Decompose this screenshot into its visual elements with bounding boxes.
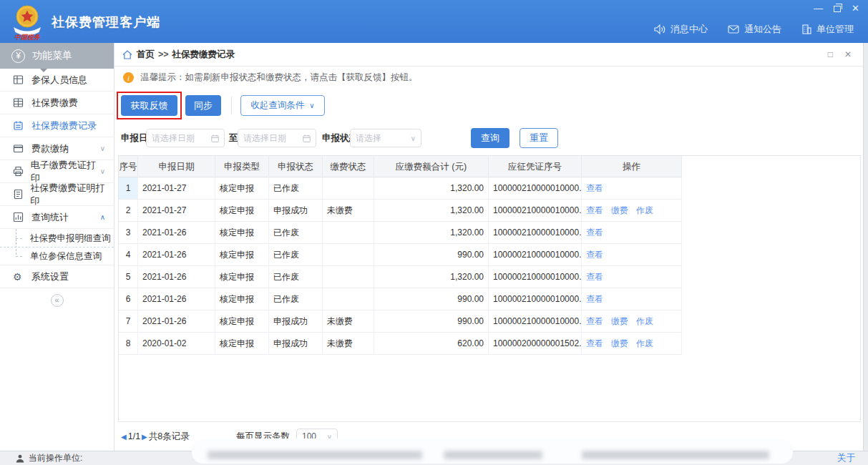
cell-declare-status: 已作废: [269, 266, 323, 288]
cell-declare-status: 已作废: [269, 222, 323, 244]
cell-declare-status: 已作废: [269, 288, 323, 310]
breadcrumb: 首页 >> 社保费缴费记录 □ ✕: [114, 43, 863, 67]
cell-amount: 620.00: [374, 333, 489, 355]
cell-voucher: 100000210000010000...: [489, 288, 582, 310]
person-icon: [16, 454, 24, 463]
cell-actions: 查看缴费作废: [582, 333, 682, 355]
total-records: 共8条记录: [149, 431, 190, 443]
sidebar-item-insured-persons[interactable]: 参保人员信息: [0, 69, 114, 92]
date-to-field[interactable]: [243, 133, 298, 143]
cell-amount: 1,320.00: [374, 177, 489, 200]
next-page-icon[interactable]: ▶: [142, 433, 147, 441]
yen-circle-icon: ¥: [11, 49, 25, 63]
about-link[interactable]: 关于: [837, 452, 855, 464]
view-link[interactable]: 查看: [586, 272, 603, 282]
sidebar-item-payment-records[interactable]: 社保费缴费记录: [0, 114, 114, 137]
cell-declare-type: 核定申报: [215, 266, 269, 288]
panel-controls: □ ✕: [828, 50, 852, 59]
view-link[interactable]: 查看: [586, 227, 603, 238]
chevron-down-icon: ∨: [100, 167, 105, 175]
collapse-query-button[interactable]: 收起查询条件 ∨: [240, 95, 325, 116]
sidebar-item-evoucher-print[interactable]: 电子缴费凭证打印 ∨: [0, 160, 114, 183]
speaker-icon: [654, 24, 665, 34]
bar-chart-icon: [13, 212, 25, 222]
cell-voucher: 100000210000010000...: [489, 244, 582, 266]
view-link[interactable]: 查看: [586, 338, 603, 348]
current-unit-label: 当前操作单位:: [29, 452, 82, 464]
cell-actions: 查看: [582, 244, 682, 266]
restore-icon[interactable]: [834, 6, 841, 12]
tip-bar: i 温馨提示：如需刷新申报状态和缴费状态，请点击【获取反馈】按钮。: [114, 67, 418, 89]
pay-link[interactable]: 缴费: [611, 316, 628, 326]
tip-text: 温馨提示：如需刷新申报状态和缴费状态，请点击【获取反馈】按钮。: [140, 72, 418, 84]
sidebar-item-label: 社保费缴费: [31, 97, 78, 109]
date-from-field[interactable]: [152, 133, 206, 143]
pay-link[interactable]: 缴费: [611, 205, 628, 215]
date-to-input[interactable]: [238, 129, 316, 147]
view-link[interactable]: 查看: [586, 316, 603, 326]
sidebar-item-system-settings[interactable]: ⚙ 系统设置: [0, 265, 114, 288]
menu-item-notices[interactable]: 通知公告: [728, 23, 781, 36]
sidebar-item-fee-payment[interactable]: 社保费缴费: [0, 92, 114, 114]
pay-link[interactable]: 缴费: [611, 338, 628, 348]
sidebar-item-label: 社保费缴费证明打印: [30, 182, 105, 207]
view-link[interactable]: 查看: [586, 183, 603, 193]
cell-declare-status: 申报成功: [269, 310, 323, 333]
mail-icon: [728, 25, 739, 34]
minimize-icon[interactable]: —: [814, 4, 823, 14]
reset-button[interactable]: 重置: [520, 128, 558, 148]
menu-item-label: 单位管理: [816, 23, 854, 36]
panel-close-icon[interactable]: ✕: [844, 50, 852, 59]
void-link[interactable]: 作废: [636, 205, 653, 215]
redaction-smudge: [208, 451, 422, 459]
home-icon: [122, 50, 132, 59]
close-icon[interactable]: ✕: [852, 4, 859, 14]
cell-pay-status: [323, 177, 374, 200]
sidebar-subitem-declare-detail-query[interactable]: 社保费申报明细查询: [0, 230, 114, 247]
sidebar-header-label: 功能菜单: [32, 49, 72, 62]
cell-pay-status: [323, 266, 374, 288]
sidebar-item-certificate-print[interactable]: 社保费缴费证明打印: [0, 183, 114, 206]
cell-voucher: 100000210000010000...: [489, 222, 582, 244]
void-link[interactable]: 作废: [636, 316, 653, 326]
date-from-input[interactable]: [146, 129, 225, 147]
breadcrumb-home[interactable]: 首页: [137, 49, 155, 61]
void-link[interactable]: 作废: [636, 338, 653, 348]
chevron-down-icon: ∨: [100, 145, 105, 152]
cell-declare-date: 2021-01-26: [138, 310, 215, 333]
right-gutter: [863, 43, 868, 451]
cell-voucher: 100000210000010000...: [489, 266, 582, 288]
sync-button[interactable]: 同步: [185, 95, 221, 116]
get-feedback-button[interactable]: 获取反馈: [121, 95, 177, 116]
query-button[interactable]: 查询: [471, 128, 509, 148]
collapse-sidebar-icon[interactable]: «: [51, 294, 64, 307]
menu-item-unit-management[interactable]: 单位管理: [801, 23, 854, 36]
status-select[interactable]: 请选择 ∨: [350, 129, 421, 147]
book-icon: [13, 189, 24, 200]
sidebar-collapse-row: «: [0, 288, 114, 313]
cell-serial: 2: [119, 200, 138, 222]
building-icon: [801, 24, 811, 34]
chevron-down-icon: ∨: [411, 134, 416, 142]
cell-amount: 990.00: [374, 288, 489, 310]
view-link[interactable]: 查看: [586, 250, 603, 260]
sidebar-subitem-unit-insured-query[interactable]: 单位参保信息查询: [0, 247, 114, 264]
col-header-pay-status: 缴费状态: [323, 156, 374, 177]
calendar-icon: [211, 134, 219, 142]
col-header-declare-type: 申报类型: [215, 156, 269, 177]
sidebar-item-query-statistics[interactable]: 查询统计 ∧: [0, 206, 114, 229]
grid-icon: [13, 97, 25, 108]
panel-restore-icon[interactable]: □: [828, 50, 833, 59]
prev-page-icon[interactable]: ◀: [121, 433, 127, 441]
menu-item-message-center[interactable]: 消息中心: [654, 23, 708, 36]
sidebar: ¥ 功能菜单 参保人员信息 社保费缴费 社保费缴费记录 费款缴纳 ∨ 电子缴费凭…: [0, 43, 114, 451]
view-link[interactable]: 查看: [586, 294, 603, 304]
cell-actions: 查看缴费作废: [582, 310, 682, 333]
cell-voucher: 100000200000001502...: [489, 333, 582, 355]
col-header-actions: 操作: [582, 156, 682, 177]
sidebar-item-fee-pay-in[interactable]: 费款缴纳 ∨: [0, 137, 114, 160]
view-link[interactable]: 查看: [586, 205, 603, 215]
cell-serial: 8: [119, 333, 138, 355]
cell-voucher: 100000210000010000...: [489, 200, 582, 222]
cell-declare-date: 2021-01-27: [138, 200, 215, 222]
